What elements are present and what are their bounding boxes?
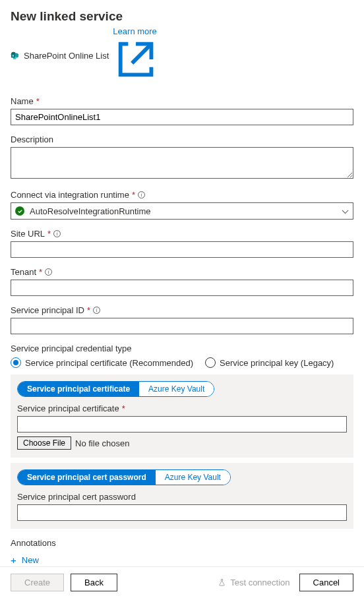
- name-input[interactable]: [11, 109, 353, 125]
- pwd-source-pills: Service principal cert password Azure Ke…: [17, 469, 231, 485]
- subtitle-text: SharePoint Online List: [24, 51, 109, 61]
- required-asterisk: *: [39, 267, 42, 277]
- cert-pwd-block: Service principal cert password Azure Ke…: [11, 463, 353, 529]
- site-url-label: Site URL: [11, 229, 45, 239]
- required-asterisk: *: [36, 96, 40, 106]
- back-button[interactable]: Back: [71, 574, 117, 591]
- flask-icon: [218, 578, 226, 587]
- external-link-icon: [113, 75, 159, 84]
- description-textarea[interactable]: [11, 147, 353, 179]
- cert-pwd-input[interactable]: [17, 504, 347, 521]
- pwd-label: Service principal cert password: [17, 492, 136, 502]
- add-annotation-label: New: [22, 555, 39, 565]
- page-title: New linked service: [11, 9, 353, 24]
- pill-pwd-akv[interactable]: Azure Key Vault: [156, 470, 230, 485]
- required-asterisk: *: [47, 229, 51, 239]
- info-icon[interactable]: i: [138, 191, 145, 198]
- connect-runtime-value: AutoResolveIntegrationRuntime: [30, 206, 151, 216]
- radio-key[interactable]: Service principal key (Legacy): [205, 357, 334, 368]
- choose-file-button[interactable]: Choose File: [17, 436, 71, 450]
- pill-pwd[interactable]: Service principal cert password: [18, 470, 156, 485]
- radio-cert[interactable]: Service principal certificate (Recommend…: [11, 357, 193, 368]
- pill-akv[interactable]: Azure Key Vault: [139, 382, 214, 396]
- learn-more-link[interactable]: Learn more: [113, 26, 159, 84]
- radio-key-label: Service principal key (Legacy): [220, 358, 334, 368]
- required-asterisk: *: [132, 190, 135, 200]
- plus-icon: +: [11, 554, 16, 566]
- info-icon[interactable]: i: [93, 307, 100, 314]
- connect-label: Connect via integration runtime: [11, 190, 129, 200]
- check-circle-icon: [15, 206, 24, 216]
- pill-cert[interactable]: Service principal certificate: [18, 382, 139, 396]
- info-icon[interactable]: i: [45, 268, 52, 276]
- description-label: Description: [11, 135, 53, 144]
- sp-id-label: Service principal ID: [11, 305, 84, 315]
- annotations-label: Annotations: [11, 538, 56, 548]
- required-asterisk: *: [122, 404, 125, 413]
- tenant-label: Tenant: [11, 267, 36, 277]
- cert-input[interactable]: [17, 416, 347, 433]
- add-annotation-button[interactable]: + New: [11, 554, 39, 566]
- no-file-text: No file chosen: [75, 438, 129, 448]
- cred-type-label: Service principal credential type: [11, 344, 132, 353]
- create-button: Create: [11, 574, 64, 591]
- connect-runtime-select[interactable]: AutoResolveIntegrationRuntime: [11, 202, 353, 220]
- required-asterisk: *: [87, 305, 90, 315]
- footer-bar: Create Back Test connection Cancel: [0, 566, 364, 598]
- cert-block: Service principal certificate Azure Key …: [11, 374, 353, 458]
- tenant-input[interactable]: [11, 280, 353, 296]
- test-connection-label: Test connection: [230, 578, 289, 587]
- cert-source-pills: Service principal certificate Azure Key …: [17, 381, 214, 397]
- test-connection-button: Test connection: [218, 578, 289, 587]
- info-icon[interactable]: i: [53, 230, 61, 237]
- radio-cert-label: Service principal certificate (Recommend…: [25, 358, 193, 368]
- sp-id-input[interactable]: [11, 318, 353, 334]
- cancel-button[interactable]: Cancel: [299, 574, 353, 591]
- cert-label: Service principal certificate: [17, 404, 119, 413]
- svg-text:S: S: [13, 54, 15, 57]
- sharepoint-icon: S: [11, 51, 20, 60]
- site-url-input[interactable]: [11, 241, 353, 258]
- name-label: Name: [11, 96, 34, 106]
